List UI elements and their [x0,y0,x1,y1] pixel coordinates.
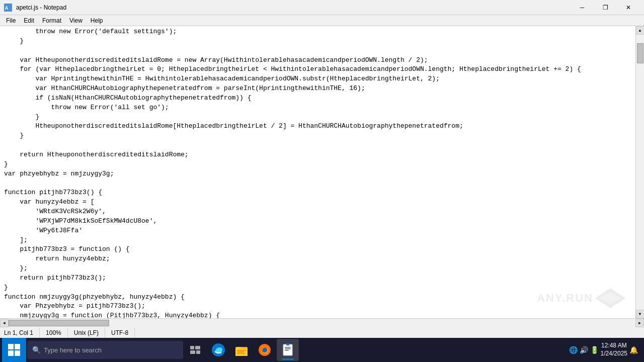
firefox-icon [258,343,272,357]
editor-container: throw new Error('default settings'); } v… [0,26,644,318]
svg-rect-7 [196,350,200,354]
menu-help[interactable]: Help [87,16,107,25]
edge-icon [211,343,225,357]
explorer-icon [234,343,249,357]
watermark-logo [595,288,625,308]
window-controls[interactable]: ─ ❐ ✕ [571,0,640,15]
horizontal-scrollbar[interactable]: ◄ ► [0,318,644,327]
taskbar-search[interactable]: 🔍 Type here to search [27,341,183,359]
windows-logo [8,344,20,356]
notepad-icon [281,343,295,357]
status-bar: Ln 1, Col 1 100% Unix (LF) UTF-8 [0,327,644,338]
watermark: ANY.RUN [537,288,625,308]
taskbar-edge[interactable] [207,339,229,361]
menu-view[interactable]: View [65,16,87,25]
svg-rect-18 [285,348,291,349]
svg-text:A: A [5,6,8,11]
status-zoom: 100% [40,327,68,338]
scroll-right-arrow[interactable]: ► [635,319,644,327]
status-lineending: Unix (LF) [68,327,105,338]
status-encoding: UTF-8 [105,327,135,338]
window-title: apetci.js - Notepad [16,4,66,11]
scroll-thumb-h[interactable] [9,320,109,326]
tray-battery-icon[interactable]: 🔋 [590,346,599,354]
scroll-left-arrow[interactable]: ◄ [0,319,9,327]
clock-date: 1/24/2025 [601,350,627,358]
notification-icon[interactable]: 🔔 [629,346,638,354]
svg-rect-20 [286,343,289,345]
system-clock[interactable]: 12:48 AM 1/24/2025 [601,342,627,357]
code-display: throw new Error('default settings'); } v… [0,27,635,318]
task-view-button[interactable] [184,339,206,361]
scroll-down-arrow[interactable]: ▼ [636,310,645,318]
taskbar: 🔍 Type here to search [0,338,644,362]
tray-network-icon[interactable]: 🌐 [569,346,578,354]
svg-rect-5 [195,346,200,349]
svg-rect-6 [190,350,195,354]
clock-time: 12:48 AM [601,342,627,350]
system-tray: 🌐 🔊 🔋 12:48 AM 1/24/2025 🔔 [565,342,642,357]
svg-rect-4 [190,346,194,349]
svg-rect-11 [237,351,244,352]
menu-format[interactable]: Format [38,16,65,25]
svg-rect-19 [285,350,289,351]
svg-rect-10 [237,350,246,351]
task-view-icon [190,346,200,354]
tray-volume-icon[interactable]: 🔊 [580,346,588,354]
title-bar-left: A apetci.js - Notepad [4,4,66,12]
search-placeholder: Type here to search [44,346,102,354]
status-position: Ln 1, Col 1 [4,327,40,338]
maximize-button[interactable]: ❐ [594,0,617,15]
tray-icons: 🌐 🔊 🔋 [569,346,599,354]
scroll-up-arrow[interactable]: ▲ [636,26,645,35]
scroll-thumb-v[interactable] [637,43,643,63]
menu-file[interactable]: File [2,16,20,25]
title-bar: A apetci.js - Notepad ─ ❐ ✕ [0,0,644,15]
svg-rect-12 [237,353,245,354]
minimize-button[interactable]: ─ [571,0,594,15]
taskbar-explorer[interactable] [230,339,253,361]
app-icon: A [4,4,12,12]
close-button[interactable]: ✕ [617,0,640,15]
menu-edit[interactable]: Edit [20,16,38,25]
svg-rect-17 [285,347,291,348]
search-icon: 🔍 [32,346,41,354]
taskbar-firefox[interactable] [254,339,276,361]
start-button[interactable] [2,338,26,362]
vertical-scrollbar[interactable]: ▲ ▼ [635,26,644,318]
editor-content[interactable]: throw new Error('default settings'); } v… [0,26,635,318]
menu-bar: File Edit Format View Help [0,15,644,26]
scroll-track-h[interactable] [9,319,635,327]
watermark-text: ANY.RUN [537,292,593,305]
taskbar-notepad[interactable] [277,339,299,361]
